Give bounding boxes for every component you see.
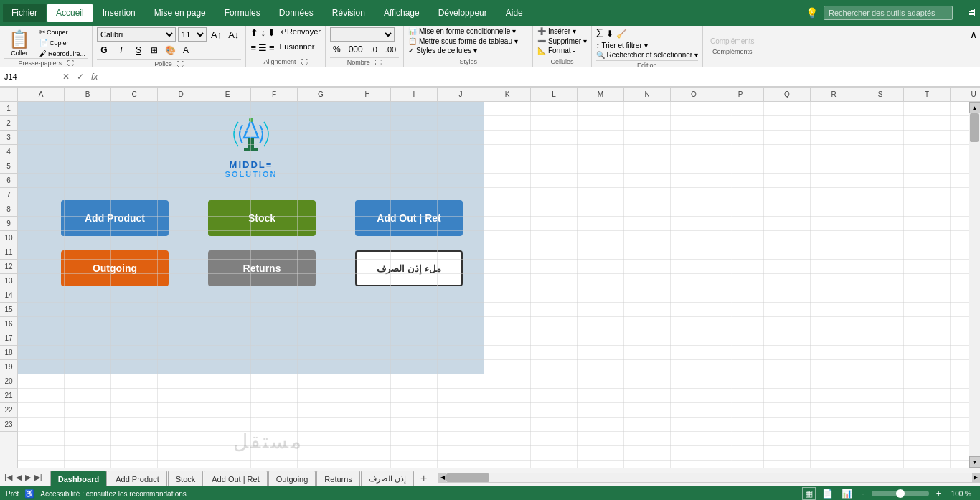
number-format-select[interactable] — [330, 27, 395, 42]
tab-next-button[interactable]: ▶ — [24, 473, 32, 482]
fx-button[interactable]: fx — [89, 72, 100, 82]
scroll-right-button[interactable]: ▶ — [972, 473, 979, 482]
align-bottom-button[interactable]: ⬇ — [268, 27, 275, 38]
percent-button[interactable]: % — [330, 43, 344, 56]
row-num-1[interactable]: 1 — [0, 102, 17, 116]
format-as-table-button[interactable]: 📋 Mettre sous forme de tableau ▾ — [408, 37, 528, 45]
ribbon-tab-aide[interactable]: Aide — [497, 4, 532, 22]
font-size-select[interactable]: 11 — [178, 27, 207, 42]
sum-button[interactable]: Σ — [596, 27, 603, 40]
row-num-22[interactable]: 22 — [0, 403, 17, 418]
break-view-button[interactable]: 📊 — [839, 488, 854, 499]
h-scroll-thumb[interactable] — [446, 473, 489, 482]
complements-button[interactable]: Compléments — [710, 37, 755, 45]
ribbon-tab-donnees[interactable]: Données — [270, 4, 322, 22]
increase-decimal-button[interactable]: .0 — [368, 44, 380, 55]
sort-filter-button[interactable]: ↕ Trier et filtrer ▾ — [596, 42, 698, 49]
fill-color-button[interactable]: 🎨 — [163, 44, 178, 56]
col-header-g[interactable]: G — [298, 88, 344, 101]
cell-styles-button[interactable]: ✓ Styles de cellules ▾ — [408, 47, 528, 55]
insert-cells-button[interactable]: ➕ Insérer ▾ — [537, 27, 587, 35]
confirm-formula-button[interactable]: ✓ — [75, 72, 86, 82]
decrease-decimal-button[interactable]: .00 — [382, 44, 399, 55]
scroll-up-button[interactable]: ▲ — [969, 102, 981, 113]
font-color-button[interactable]: A — [181, 44, 191, 56]
increase-font-button[interactable]: A↑ — [209, 29, 224, 41]
horizontal-scrollbar[interactable]: ◀ ▶ — [438, 473, 980, 483]
layout-view-button[interactable]: 📄 — [820, 488, 835, 499]
align-top-button[interactable]: ⬆ — [250, 27, 258, 38]
sheet-tab-outgoing[interactable]: Outgoing — [268, 471, 316, 486]
tab-first-button[interactable]: |◀ — [3, 473, 14, 482]
tab-prev-button[interactable]: ◀ — [14, 473, 23, 482]
row-num-20[interactable]: 20 — [0, 374, 17, 389]
delete-cells-button[interactable]: ➖ Supprimer ▾ — [537, 37, 587, 45]
col-header-c[interactable]: C — [111, 88, 158, 101]
cut-button[interactable]: ✂ Couper — [37, 27, 88, 37]
ribbon-tab-revision[interactable]: Révision — [324, 4, 374, 22]
col-header-j[interactable]: J — [438, 88, 484, 101]
sheet-tab-add-product[interactable]: Add Product — [108, 471, 167, 486]
col-header-l[interactable]: L — [531, 88, 578, 101]
zoom-slider[interactable] — [872, 491, 929, 496]
col-header-p[interactable]: P — [717, 88, 764, 101]
paste-button[interactable]: 📋 Coller — [4, 28, 34, 58]
ribbon-tab-accueil[interactable]: Accueil — [47, 4, 93, 22]
row-num-3[interactable]: 3 — [0, 131, 17, 145]
thousands-button[interactable]: 000 — [346, 43, 366, 56]
bold-button[interactable]: G — [97, 43, 111, 57]
ribbon-tab-formules[interactable]: Formules — [216, 4, 269, 22]
sheet-tab-stock[interactable]: Stock — [168, 471, 204, 486]
border-button[interactable]: ⊞ — [149, 44, 160, 56]
col-header-n[interactable]: N — [624, 88, 671, 101]
row-num-23[interactable]: 23 — [0, 418, 17, 432]
sheet-tab-order[interactable]: إذن الصرف — [361, 471, 414, 486]
col-header-f[interactable]: F — [251, 88, 298, 101]
font-family-select[interactable]: Calibri — [97, 27, 176, 42]
accessibility-icon[interactable]: ♿ — [24, 489, 34, 499]
formula-input[interactable] — [103, 67, 980, 86]
tab-last-button[interactable]: ▶| — [33, 473, 44, 482]
col-header-r[interactable]: R — [811, 88, 857, 101]
zoom-in-button[interactable]: + — [933, 488, 944, 499]
name-box[interactable]: J14 — [0, 67, 57, 86]
zoom-out-button[interactable]: - — [859, 488, 867, 499]
scroll-left-button[interactable]: ◀ — [439, 473, 446, 482]
returns-button[interactable]: Returns — [208, 250, 316, 286]
fill-order-button[interactable]: ملء إذن الصرف — [355, 250, 463, 286]
decrease-font-button[interactable]: A↓ — [226, 29, 241, 41]
row-num-6[interactable]: 6 — [0, 174, 17, 188]
row-num-2[interactable]: 2 — [0, 116, 17, 131]
row-num-21[interactable]: 21 — [0, 389, 17, 403]
fill-button[interactable]: ⬇ — [606, 29, 613, 39]
zoom-slider-thumb[interactable] — [896, 489, 905, 498]
conditional-format-button[interactable]: 📊 Mise en forme conditionnelle ▾ — [408, 27, 528, 35]
clear-button[interactable]: 🧹 — [616, 29, 627, 39]
row-num-19[interactable]: 19 — [0, 360, 17, 374]
row-num-16[interactable]: 16 — [0, 317, 17, 331]
ribbon-tab-affichage[interactable]: Affichage — [375, 4, 428, 22]
col-header-a[interactable]: A — [18, 88, 65, 101]
row-num-12[interactable]: 12 — [0, 260, 17, 274]
row-num-17[interactable]: 17 — [0, 331, 17, 346]
sheet-tab-add-out-ret[interactable]: Add Out | Ret — [204, 471, 267, 486]
ribbon-tab-mise-en-page[interactable]: Mise en page — [146, 4, 215, 22]
add-out-ret-button[interactable]: Add Out | Ret — [355, 200, 463, 236]
row-num-7[interactable]: 7 — [0, 188, 17, 202]
normal-view-button[interactable]: ▦ — [802, 487, 816, 500]
format-painter-button[interactable]: 🖌 Reproduire... — [37, 49, 88, 58]
italic-button[interactable]: I — [114, 43, 128, 57]
row-num-14[interactable]: 14 — [0, 288, 17, 303]
align-right-button[interactable]: ≡ — [269, 42, 275, 53]
scroll-down-button[interactable]: ▼ — [969, 456, 981, 468]
sheet-tab-dashboard[interactable]: Dashboard — [50, 471, 107, 486]
collapse-ribbon-button[interactable]: ∧ — [967, 26, 980, 67]
copy-button[interactable]: 📄 Copier — [37, 38, 88, 47]
wrap-text-button[interactable]: ↵Renvoyer — [281, 27, 321, 38]
row-num-18[interactable]: 18 — [0, 346, 17, 360]
col-header-u[interactable]: U — [951, 88, 980, 101]
row-num-4[interactable]: 4 — [0, 145, 17, 159]
merge-center-button[interactable]: Fusionner — [280, 42, 315, 53]
add-sheet-button[interactable]: + — [415, 471, 433, 486]
col-header-q[interactable]: Q — [764, 88, 811, 101]
